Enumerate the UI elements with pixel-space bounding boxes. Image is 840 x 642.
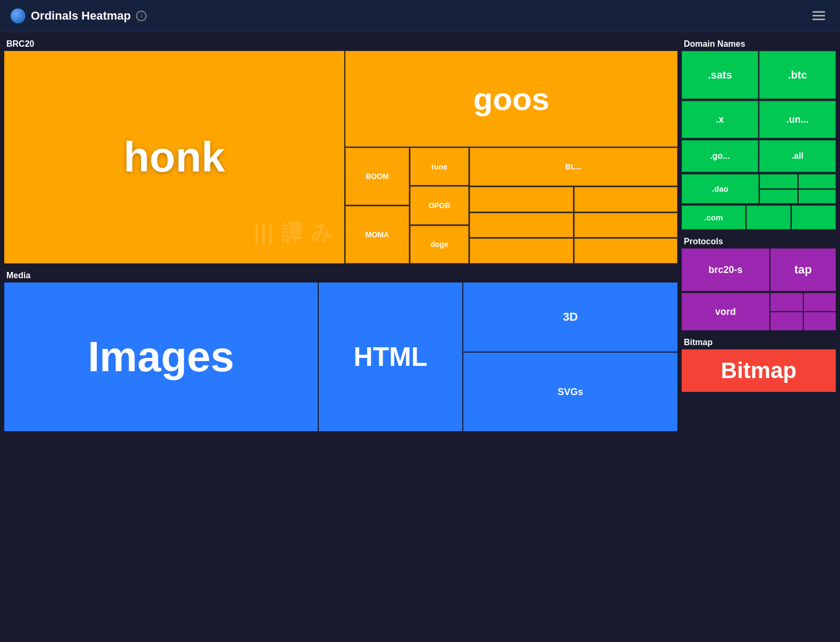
domain-x-cell[interactable]: .x: [682, 101, 758, 138]
domain-tiny-row: [746, 206, 836, 229]
protocol-small-3[interactable]: [770, 312, 803, 330]
brc20-rune-col: rune OPOB doge: [410, 148, 469, 263]
domain-un-cell[interactable]: .un...: [759, 101, 836, 138]
protocol-small-2[interactable]: [804, 293, 836, 311]
bitmap-cell[interactable]: Bitmap: [682, 349, 836, 392]
media-treemap: Images HTML 3D SVGs: [4, 283, 677, 431]
brc20-boom-cell[interactable]: BOOM: [345, 148, 409, 205]
brc20-honk-cell[interactable]: honk ||| 譚 み: [4, 51, 344, 263]
domain-go-cell[interactable]: .go...: [682, 140, 758, 172]
domain-com-cell[interactable]: .com: [682, 206, 745, 229]
domain-small-3[interactable]: [760, 190, 797, 204]
brc20-small-1[interactable]: [470, 187, 573, 212]
domain-sats-cell[interactable]: .sats: [682, 51, 758, 99]
bitmap-section: Bitmap Bitmap: [682, 335, 836, 392]
media-right: 3D SVGs: [463, 283, 677, 431]
right-panel: Domain Names .sats .btc .x: [682, 36, 836, 638]
domain-names-treemap: .sats .btc .x .un...: [682, 51, 836, 229]
main-content: BRC20 honk ||| 譚 み goos: [0, 32, 840, 642]
domain-small-1[interactable]: [760, 174, 797, 189]
protocol-small-4[interactable]: [804, 312, 836, 330]
domain-row-5: .com: [682, 206, 836, 229]
brc20-moma-cell[interactable]: MOMA: [345, 206, 409, 263]
domain-small-4[interactable]: [799, 190, 836, 204]
brc20-label: BRC20: [4, 36, 677, 51]
brc20-small-6[interactable]: [574, 238, 678, 263]
domain-small-grid: [760, 174, 836, 203]
media-images-label: Images: [88, 332, 234, 381]
brc20-treemap: honk ||| 譚 み goos BOOM: [4, 51, 677, 263]
brc20-small-5[interactable]: [470, 238, 573, 263]
brc20-right: goos BOOM MOMA: [345, 51, 677, 263]
media-3d-cell[interactable]: 3D: [463, 283, 677, 352]
protocols-section: Protocols brc20-s tap vord: [682, 234, 836, 330]
domain-row-1: .sats .btc: [682, 51, 836, 99]
info-icon[interactable]: i: [136, 11, 147, 21]
protocols-row-1: brc20-s tap: [682, 249, 836, 291]
protocol-tap-cell[interactable]: tap: [770, 249, 836, 291]
domain-dao-cell[interactable]: .dao: [682, 174, 759, 203]
media-svgs-cell[interactable]: SVGs: [463, 353, 677, 431]
media-svgs-label: SVGs: [557, 387, 583, 398]
brc20-bl-cell[interactable]: BL...: [470, 148, 677, 186]
protocols-title: Protocols: [682, 234, 836, 249]
brc20-bottom-grid: BOOM MOMA rune OPOB: [345, 148, 677, 263]
brc20-goos-label: goos: [473, 81, 549, 117]
domain-row-2: .x .un...: [682, 101, 836, 138]
domain-small-2[interactable]: [799, 174, 836, 189]
domain-row-3: .go... .all: [682, 140, 836, 172]
brc20-small-3[interactable]: [470, 213, 573, 238]
menu-button[interactable]: [808, 7, 829, 24]
protocol-small-1[interactable]: [770, 293, 803, 311]
media-images-cell[interactable]: Images: [4, 283, 318, 431]
brc20-goos-cell[interactable]: goos: [345, 51, 677, 147]
left-panel: BRC20 honk ||| 譚 み goos: [4, 36, 677, 638]
header-left: Ordinals Heatmap i: [11, 8, 147, 23]
media-html-cell[interactable]: HTML: [319, 283, 462, 431]
domain-tiny-1[interactable]: [746, 206, 791, 229]
protocols-treemap: brc20-s tap vord: [682, 249, 836, 330]
brc20-opob-cell[interactable]: OPOB: [410, 186, 469, 224]
domain-names-title: Domain Names: [682, 36, 836, 51]
media-label: Media: [4, 268, 677, 283]
bitmap-title: Bitmap: [682, 335, 836, 349]
app-title: Ordinals Heatmap: [31, 9, 131, 23]
protocol-brc20s-cell[interactable]: brc20-s: [682, 249, 769, 291]
brc20-small-2[interactable]: [574, 187, 678, 212]
brc20-small-4[interactable]: [574, 213, 678, 238]
domain-tiny-2[interactable]: [792, 206, 836, 229]
brc20-honk-label: honk: [123, 133, 225, 182]
brc20-boom-col: BOOM MOMA: [345, 148, 409, 263]
domain-names-section: Domain Names .sats .btc .x: [682, 36, 836, 229]
domain-all-cell[interactable]: .all: [759, 140, 836, 172]
protocols-row-2: vord: [682, 293, 836, 330]
app-header: Ordinals Heatmap i: [0, 0, 840, 32]
domain-row-4: .dao: [682, 174, 836, 203]
logo-icon: [11, 8, 26, 23]
protocol-small-grid: [770, 293, 836, 330]
media-section: Media Images HTML 3D SVGs: [4, 268, 677, 431]
brc20-doge-cell[interactable]: doge: [410, 226, 469, 263]
brc20-section: BRC20 honk ||| 譚 み goos: [4, 36, 677, 263]
brc20-bl-col: BL...: [470, 148, 677, 263]
media-3d-label: 3D: [563, 310, 578, 324]
media-html-label: HTML: [354, 341, 428, 372]
brc20-rune-cell[interactable]: rune: [410, 148, 469, 185]
domain-btc-cell[interactable]: .btc: [759, 51, 836, 99]
brc20-watermark: ||| 譚 み: [253, 218, 334, 247]
protocol-vord-cell[interactable]: vord: [682, 293, 769, 330]
